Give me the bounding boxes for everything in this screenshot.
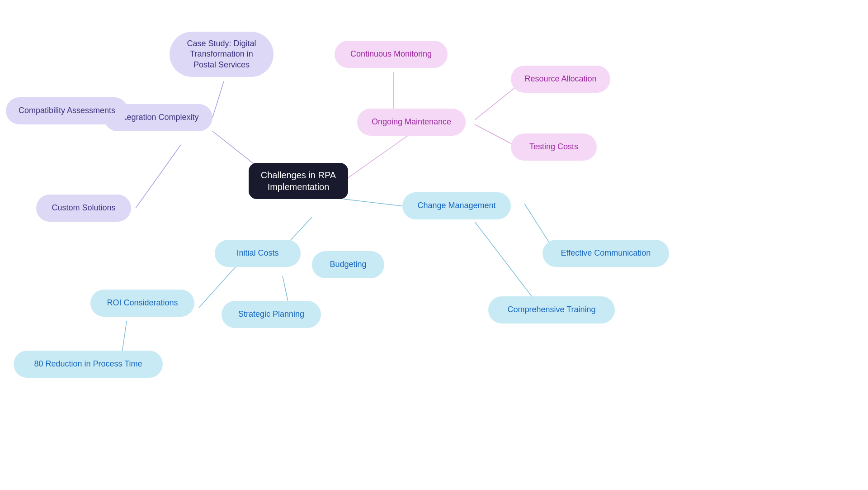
svg-line-12 [122, 321, 127, 353]
svg-line-1 [212, 81, 224, 118]
reduction-node: 80 Reduction in Process Time [14, 351, 163, 378]
custom-solutions-node: Custom Solutions [36, 195, 131, 222]
budgeting-node: Budgeting [312, 251, 384, 278]
svg-line-3 [136, 145, 181, 208]
ongoing-maintenance-node: Ongoing Maintenance [357, 109, 466, 136]
comprehensive-training-node: Comprehensive Training [488, 296, 615, 323]
effective-communication-node: Effective Communication [542, 240, 669, 267]
compatibility-assessments-node: Compatibility Assessments [6, 97, 128, 124]
initial-costs-node: Initial Costs [215, 240, 301, 267]
change-management-node: Change Management [402, 192, 511, 219]
svg-line-6 [475, 84, 520, 120]
case-study-node: Case Study: Digital Transformation in Po… [170, 32, 274, 77]
center-node: Challenges in RPA Implementation [249, 163, 348, 199]
strategic-planning-node: Strategic Planning [222, 301, 321, 328]
resource-allocation-node: Resource Allocation [511, 66, 610, 93]
testing-costs-node: Testing Costs [511, 133, 597, 161]
roi-considerations-node: ROI Considerations [90, 290, 194, 317]
svg-line-15 [475, 222, 533, 299]
continuous-monitoring-node: Continuous Monitoring [335, 41, 448, 68]
